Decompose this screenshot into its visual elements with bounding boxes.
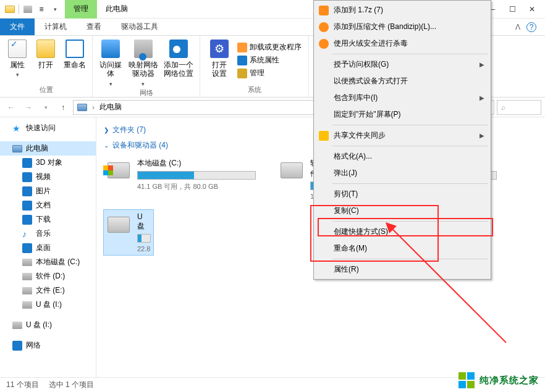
nav-usb-i-root[interactable]: U 盘 (I:) xyxy=(0,318,96,332)
ctx-create-shortcut[interactable]: 创建快捷方式(S) xyxy=(315,223,489,240)
separator xyxy=(332,221,488,222)
ribbon-uninstall[interactable]: 卸载或更改程序 xyxy=(237,42,302,52)
desktop-icon xyxy=(22,243,32,253)
tab-view[interactable]: 查看 xyxy=(77,19,111,35)
brand-badge: 纯净系统之家 xyxy=(458,372,539,388)
ctx-cut[interactable]: 剪切(T) xyxy=(315,186,489,202)
nav-up[interactable]: ↑ xyxy=(56,100,70,115)
ribbon-group-label: 系统 xyxy=(200,84,308,97)
nav-desktop[interactable]: 桌面 xyxy=(0,241,96,255)
contextual-tab-manage[interactable]: 管理 xyxy=(65,0,97,19)
separator xyxy=(332,183,488,184)
navigation-pane[interactable]: ★快速访问 此电脑 3D 对象 视频 图片 文档 下载 ♪音乐 桌面 本地磁盘 … xyxy=(0,117,96,390)
drive-icon xyxy=(279,158,304,183)
ribbon-properties[interactable]: 属性▾ xyxy=(5,40,30,78)
nav-recent[interactable]: ▾ xyxy=(38,100,53,115)
nav-documents[interactable]: 文档 xyxy=(0,198,96,212)
ribbon-group-label: 位置 xyxy=(0,84,92,97)
ctx-add-bandizip[interactable]: 添加到压缩文件 (Bandizip)(L)... xyxy=(315,19,489,35)
separator xyxy=(332,259,488,259)
separator xyxy=(332,125,488,125)
ctx-huorong-scan[interactable]: 使用火绒安全进行杀毒 xyxy=(315,35,489,52)
nav-drive-d[interactable]: 软件 (D:) xyxy=(0,269,96,283)
ctx-pin-start[interactable]: 固定到"开始"屏幕(P) xyxy=(315,106,489,123)
qat-button[interactable]: ≡ xyxy=(36,4,46,14)
ribbon-open[interactable]: 打开 xyxy=(33,40,58,69)
ribbon-add-network-location[interactable]: 添加一个 网络位置 xyxy=(163,40,195,78)
ribbon-map-drive[interactable]: 映射网络 驱动器▾ xyxy=(127,40,159,87)
drive-icon xyxy=(106,158,131,183)
ribbon-group-label: 网络 xyxy=(93,87,200,100)
chevron-down-icon: ⌄ xyxy=(104,142,109,149)
shield-icon xyxy=(319,39,329,49)
nav-music[interactable]: ♪音乐 xyxy=(0,227,96,241)
nav-pictures[interactable]: 图片 xyxy=(0,184,96,198)
ctx-include-library[interactable]: 包含到库中(I)▶ xyxy=(315,90,489,106)
nav-this-pc[interactable]: 此电脑 xyxy=(0,141,96,156)
status-selected-count: 选中 1 个项目 xyxy=(49,380,94,390)
maximize-button[interactable]: ☐ xyxy=(508,5,517,14)
drive-item[interactable]: 本地磁盘 (C:) 41.1 GB 可用，共 80.0 GB xyxy=(104,156,258,202)
brand-logo-icon xyxy=(458,372,475,388)
ctx-add-7z[interactable]: 添加到 1.7z (7) xyxy=(315,2,489,19)
window-title: 此电脑 xyxy=(97,0,137,19)
nav-3d-objects[interactable]: 3D 对象 xyxy=(0,156,96,170)
ribbon-system-properties[interactable]: 系统属性 xyxy=(237,55,302,65)
ribbon-collapse[interactable]: ᐱ xyxy=(515,23,520,31)
drive-usage-bar xyxy=(137,171,256,180)
qat-divider xyxy=(19,4,19,14)
ctx-share-sync[interactable]: 共享文件夹同步▶ xyxy=(315,127,489,144)
ribbon-rename[interactable]: 重命名 xyxy=(62,40,87,69)
tab-drive-tools[interactable]: 驱动器工具 xyxy=(111,19,168,35)
chevron-right-icon: ▶ xyxy=(480,61,484,68)
nav-quick-access[interactable]: ★快速访问 xyxy=(0,121,96,135)
status-item-count: 11 个项目 xyxy=(6,380,39,390)
tab-file[interactable]: 文件 xyxy=(0,19,35,35)
chevron-right-icon: ❯ xyxy=(104,127,109,133)
ctx-eject[interactable]: 弹出(J) xyxy=(315,165,489,181)
ctx-portable[interactable]: 以便携式设备方式打开 xyxy=(315,73,489,90)
nav-network[interactable]: 网络 xyxy=(0,338,96,352)
nav-drive-e[interactable]: 文件 (E:) xyxy=(0,283,96,298)
chevron-right-icon: ▶ xyxy=(480,132,484,139)
nav-downloads[interactable]: 下载 xyxy=(0,212,96,227)
drive-icon xyxy=(106,212,131,237)
drive-meta: 22.8 xyxy=(137,245,151,252)
usb-icon xyxy=(12,322,22,329)
help-button[interactable]: ? xyxy=(526,22,536,32)
ribbon-access-media[interactable]: 访问媒体▾ xyxy=(98,40,124,87)
qat-button[interactable] xyxy=(23,4,33,14)
ctx-grant-access[interactable]: 授予访问权限(G)▶ xyxy=(315,56,489,73)
nav-videos[interactable]: 视频 xyxy=(0,170,96,184)
ribbon-manage[interactable]: 管理 xyxy=(237,68,302,78)
app-icon xyxy=(5,4,15,14)
cube-icon xyxy=(22,158,32,168)
nav-forward[interactable]: → xyxy=(21,100,36,115)
search-input[interactable]: ⌕ xyxy=(497,100,541,115)
archive-icon xyxy=(319,22,329,32)
breadcrumb-segment[interactable]: 此电脑 xyxy=(99,102,122,112)
video-icon xyxy=(22,172,32,182)
context-menu: 添加到 1.7z (7) 添加到压缩文件 (Bandizip)(L)... 使用… xyxy=(313,0,491,280)
ctx-format[interactable]: 格式化(A)... xyxy=(315,148,489,165)
ctx-rename[interactable]: 重命名(M) xyxy=(315,240,489,257)
gear-icon: ⚙ xyxy=(210,40,229,58)
drive-icon xyxy=(22,259,32,266)
drive-item[interactable]: U 盘 22.8 xyxy=(104,210,153,255)
usb-icon xyxy=(22,301,32,309)
ctx-copy[interactable]: 复制(C) xyxy=(315,202,489,219)
download-icon xyxy=(22,215,32,225)
music-icon: ♪ xyxy=(22,229,32,239)
drive-icon xyxy=(22,273,32,280)
close-button[interactable]: ✕ xyxy=(528,5,536,14)
pc-icon xyxy=(12,145,22,152)
ribbon-open-settings[interactable]: ⚙打开 设置 xyxy=(205,40,234,78)
nav-back[interactable]: ← xyxy=(4,100,19,115)
tab-computer[interactable]: 计算机 xyxy=(35,19,77,35)
qat-dropdown[interactable]: ▾ xyxy=(50,4,60,14)
ctx-properties[interactable]: 属性(R) xyxy=(315,261,489,278)
nav-drive-c[interactable]: 本地磁盘 (C:) xyxy=(0,255,96,269)
nav-usb-i[interactable]: U 盘 (I:) xyxy=(0,298,96,312)
search-icon: ⌕ xyxy=(501,103,505,112)
separator xyxy=(332,54,488,54)
